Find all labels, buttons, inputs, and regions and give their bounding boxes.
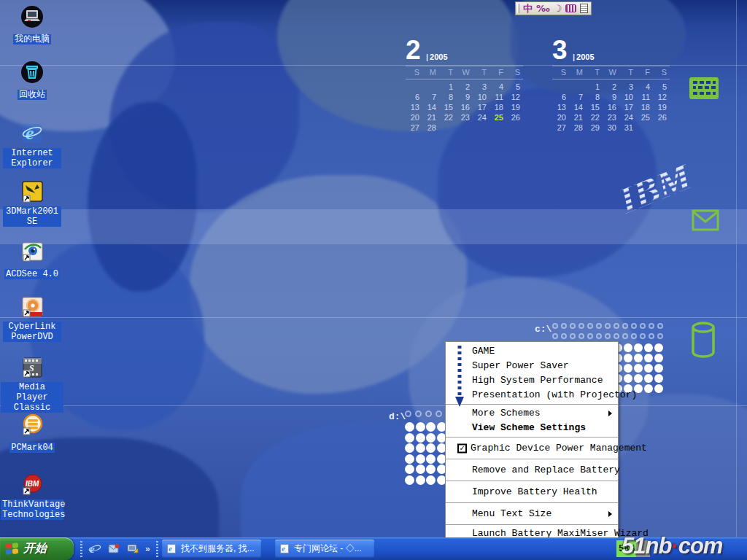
- taskbar-grip[interactable]: [80, 541, 82, 557]
- ime-chinese-mode-icon[interactable]: 中: [523, 3, 533, 14]
- usage-dot-free: [622, 333, 628, 339]
- usage-dot-used: [634, 343, 643, 352]
- calendar-day: 13: [406, 102, 422, 112]
- usage-dot-used: [416, 464, 425, 474]
- menu-item-graphic-device-power-management[interactable]: ✓ Graphic Device Power Management: [446, 439, 618, 457]
- calendar-weekday: T: [439, 66, 456, 79]
- ime-width-mode-icon[interactable]: ‰: [536, 3, 550, 14]
- usage-dot-free: [657, 323, 663, 329]
- calendar-weekday: W: [603, 66, 619, 79]
- desktop-icon-powerdvd[interactable]: CyberLink PowerDVD: [0, 295, 64, 342]
- tray-battery-meter[interactable]: 58%: [616, 540, 650, 557]
- calendar-day: 26: [653, 112, 670, 122]
- usage-dot-free: [436, 411, 442, 417]
- quick-launch-outlook-icon[interactable]: [107, 542, 120, 556]
- menu-separator: [446, 437, 618, 438]
- svg-text:e: e: [26, 122, 34, 144]
- desktop-icon-label: ThinkVantage Technologies: [1, 499, 63, 520]
- usage-dot-used: [634, 354, 643, 362]
- menu-item-more-schemes[interactable]: More Schemes: [446, 406, 618, 421]
- taskbar-window-button-1[interactable]: e 找不到服务器, 找...: [162, 540, 261, 558]
- ime-soft-keyboard-icon[interactable]: [565, 4, 576, 12]
- start-button[interactable]: 开始: [0, 537, 74, 560]
- menu-item-improve-battery-health[interactable]: Improve Battery Health: [446, 483, 618, 501]
- svg-text:e: e: [282, 545, 285, 553]
- ime-grip-handle[interactable]: [517, 4, 519, 13]
- desktop-icon-thinkvantage[interactable]: IBM ThinkVantage Technologies: [0, 472, 64, 520]
- calendar-day: 29: [586, 122, 603, 133]
- ime-toolbar-icon[interactable]: [580, 4, 588, 13]
- menu-item-game[interactable]: GAME: [446, 344, 618, 359]
- desktop-icon-internet-explorer[interactable]: e Internet Explorer: [0, 121, 64, 168]
- usage-dot-used: [644, 354, 653, 362]
- usage-dot-used: [405, 443, 414, 453]
- checkbox-checked-icon[interactable]: ✓: [457, 443, 467, 453]
- start-button-label: 开始: [23, 541, 47, 556]
- taskbar-window-button-2[interactable]: e 专门网论坛 - ◇...: [275, 540, 374, 558]
- window-title: 专门网论坛 - ◇...: [294, 542, 362, 555]
- desktop-icon-pcmark04[interactable]: PCMark04: [0, 413, 64, 453]
- calendar-day: 20: [406, 112, 422, 122]
- calendar-day: 18: [489, 102, 506, 112]
- calendar-day: 8: [439, 92, 456, 102]
- grid-widget-icon: [689, 77, 719, 103]
- usage-dot-free: [561, 333, 567, 339]
- quick-launch-ie-icon[interactable]: e: [88, 542, 101, 556]
- desktop-icon-media-player-classic[interactable]: S Media Player Classic: [0, 355, 64, 413]
- taskbar-grip[interactable]: [156, 541, 158, 557]
- calendar-day: [552, 82, 569, 92]
- usage-dot-free: [587, 333, 593, 339]
- usage-dot-free: [587, 323, 593, 329]
- svg-text:e: e: [169, 545, 172, 553]
- calendar-day: 20: [552, 112, 569, 122]
- calendar-day: 15: [439, 102, 456, 112]
- ime-language-bar: 中 ‰ ☽: [515, 1, 592, 15]
- menu-item-remove-and-replace-battery[interactable]: Remove and Replace Battery: [446, 461, 618, 479]
- calendar-weekday: S: [406, 66, 422, 79]
- menu-item-high-system-performance[interactable]: High System Performance: [446, 373, 618, 388]
- usage-dot-used: [624, 364, 632, 373]
- calendar-day: 14: [422, 102, 439, 112]
- desktop-icon-my-computer[interactable]: 我的电脑: [0, 4, 64, 44]
- desktop-icon-3dmark2001[interactable]: 3DMark2001 SE: [0, 179, 64, 227]
- acdsee-icon: [20, 239, 44, 264]
- usage-dot-used: [644, 364, 653, 373]
- calendar-day: 18: [636, 102, 653, 112]
- menu-item-view-scheme-settings[interactable]: View Scheme Settings: [446, 421, 618, 435]
- usage-dot-free: [405, 411, 411, 417]
- menu-item-presentation[interactable]: Presentation (with Projector): [446, 388, 618, 402]
- pcmark04-icon: [20, 413, 44, 438]
- desktop-icon-label: Internet Explorer: [3, 148, 61, 168]
- calendar-grid: SMTWTFS123456789101112131415161718192021…: [552, 66, 675, 133]
- calendar-day: 17: [619, 102, 636, 112]
- desktop-icon-label: 回收站: [18, 90, 47, 100]
- calendar-day: 7: [569, 92, 586, 102]
- calendar-day: 17: [473, 102, 489, 112]
- desktop-icon-recycle-bin[interactable]: 回收站: [0, 60, 64, 100]
- usage-dot-used: [416, 433, 425, 443]
- recycle-bin-icon: [20, 60, 44, 85]
- calendar-day: [422, 82, 439, 92]
- power-scheme-menu: GAME Super Power Saver High System Perfo…: [445, 341, 619, 560]
- ime-punctuation-icon[interactable]: ☽: [554, 3, 562, 14]
- quick-launch-show-desktop-icon[interactable]: [126, 542, 139, 556]
- ie-page-icon: e: [166, 543, 177, 554]
- menu-separator: [446, 404, 618, 405]
- calendar-day: 2: [456, 82, 473, 92]
- calendar-day: 12: [653, 92, 670, 102]
- quick-launch-overflow-chevron[interactable]: »: [145, 544, 150, 554]
- drive-c-label: c:\: [535, 324, 551, 335]
- calendar-day: [636, 122, 653, 133]
- calendar-day: 27: [406, 122, 422, 133]
- menu-item-menu-text-size[interactable]: Menu Text Size: [446, 505, 618, 523]
- desktop-icon-acdsee[interactable]: ACDSee 4.0: [0, 239, 64, 279]
- calendar-year: 2005: [573, 52, 595, 61]
- usage-dot-free: [578, 323, 584, 329]
- calendar-day: [506, 122, 523, 133]
- disk-cylinder-icon: [690, 321, 716, 362]
- menu-item-super-power-saver[interactable]: Super Power Saver: [446, 359, 618, 373]
- usage-dot-used: [426, 443, 436, 453]
- usage-dot-used: [416, 454, 425, 464]
- usage-dot-free: [614, 333, 619, 339]
- media-player-classic-icon: S: [20, 355, 44, 380]
